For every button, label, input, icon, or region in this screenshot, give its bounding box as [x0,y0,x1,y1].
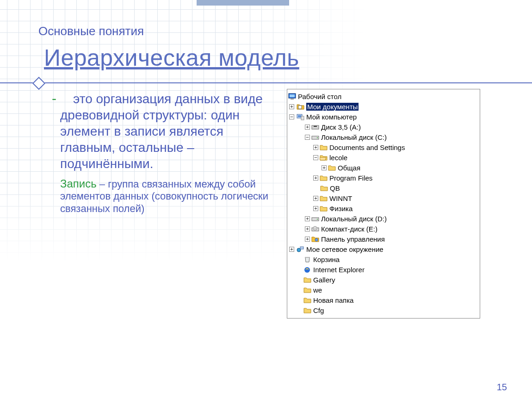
expand-toggle[interactable]: + [322,165,327,170]
expand-toggle[interactable]: − [305,135,310,140]
tree-node-fizika[interactable]: + Физика [288,203,479,213]
tree-node-gallery[interactable]: Gallery [288,275,479,285]
expand-toggle[interactable]: − [313,155,318,160]
tree-label: Общая [338,164,360,172]
expand-toggle[interactable]: + [305,216,310,221]
tree-node-lecole[interactable]: − lecole [288,152,479,162]
svg-point-16 [315,238,318,241]
tree-node-winnt[interactable]: + WINNT [288,193,479,203]
my-documents-icon [297,103,304,110]
folder-icon [320,144,328,151]
bullet-dash: - [52,90,56,107]
tree-label: Internet Explorer [313,266,365,274]
svg-rect-19 [305,257,310,258]
tree-node-control-panel[interactable]: + Панель управления [288,234,479,244]
tree-label: lecole [329,154,347,162]
body-paragraph-sub: Запись – группа связанных между собой эл… [60,177,277,215]
tree-node-program-files[interactable]: + Program Files [288,173,479,183]
svg-rect-6 [301,116,304,120]
folder-icon [320,195,328,202]
network-places-icon [297,246,304,253]
expand-toggle[interactable]: + [305,237,310,242]
internet-explorer-icon [303,266,311,273]
folder-open-icon [320,154,328,161]
tree-label: we [313,286,322,294]
tree-node-desktop[interactable]: Рабочий стол [288,91,479,101]
expand-toggle[interactable]: + [313,145,318,150]
expand-toggle[interactable]: + [313,196,318,201]
svg-point-12 [317,219,318,219]
explorer-tree-panel: Рабочий стол + Мои документы − Мой компь… [287,89,480,319]
my-computer-icon [297,113,304,120]
tree-label: Физика [329,205,353,212]
tree-label: Gallery [313,276,335,284]
tree-node-floppy[interactable]: + Диск 3,5 (A:) [288,122,479,132]
folder-icon [303,276,311,283]
tree-node-my-pc[interactable]: − Мой компьютер [288,112,479,122]
tree-node-we[interactable]: we [288,285,479,295]
folder-icon [320,185,328,192]
folder-icon [320,205,328,212]
explorer-tree: Рабочий стол + Мои документы − Мой компь… [288,91,479,315]
tree-node-my-docs[interactable]: + Мои документы [288,101,479,112]
slide-title: Иерархическая модель [44,44,299,71]
tree-label: Program Files [329,174,372,182]
local-drive-icon [311,134,319,141]
expand-toggle[interactable]: + [305,125,310,130]
tree-label: Новая папка [313,296,353,304]
expand-toggle[interactable]: − [289,114,294,119]
body-column: - это организация данных в виде древовид… [60,91,277,215]
tree-node-drive-e[interactable]: + Компакт-диск (E:) [288,224,479,234]
folder-icon [303,307,311,314]
svg-rect-1 [290,94,295,97]
tree-node-docs-settings[interactable]: + Documents and Settings [288,142,479,152]
slide: Основные понятия Иерархическая модель - … [0,0,532,400]
tree-node-ie[interactable]: Internet Explorer [288,264,479,275]
svg-point-15 [315,228,315,229]
expand-toggle[interactable]: + [313,175,318,181]
svg-rect-3 [298,106,302,109]
page-number: 15 [497,382,507,393]
tree-label: Мое сетевое окружение [306,245,384,253]
title-underline-rule [0,82,532,83]
body-main-text: это организация данных в виде древовидно… [60,92,263,171]
expand-toggle[interactable]: + [289,247,294,252]
cd-drive-icon [311,225,319,232]
tree-label: Компакт-диск (E:) [321,225,377,233]
tree-label: Мой компьютер [306,113,357,121]
tree-label-selected: Мои документы [306,103,359,111]
tree-node-cfg[interactable]: Cfg [288,305,479,315]
tree-node-recycle-bin[interactable]: Корзина [288,254,479,264]
tree-label: Диск 3,5 (A:) [321,123,361,131]
tree-label: Cfg [313,306,324,314]
expand-toggle[interactable]: + [305,226,310,231]
tree-node-drive-c[interactable]: − Локальный диск (C:) [288,132,479,142]
folder-icon [303,287,311,294]
control-panel-icon [311,236,319,243]
sub-term-label: Запись [60,177,97,190]
section-label: Основные понятия [38,24,144,38]
tree-node-obshaya[interactable]: + Общая [288,162,479,173]
svg-point-10 [317,137,318,138]
tree-label: Панель управления [321,235,385,243]
floppy-drive-icon [311,124,319,131]
folder-icon [328,164,336,171]
desktop-icon [288,93,296,100]
expand-toggle[interactable]: + [313,206,318,211]
svg-rect-2 [291,99,294,100]
tree-label: Локальный диск (D:) [321,215,387,223]
tree-node-drive-d[interactable]: + Локальный диск (D:) [288,213,479,224]
body-paragraph-main: - это организация данных в виде древовид… [60,91,277,172]
tree-node-qb[interactable]: QB [288,183,479,193]
tree-node-new-folder[interactable]: Новая папка [288,295,479,305]
tree-label: Корзина [313,256,340,263]
tree-node-network[interactable]: + Мое сетевое окружение [288,244,479,254]
folder-icon [303,297,311,304]
rule-diamond-marker [32,77,45,90]
tree-label: Рабочий стол [298,93,341,100]
svg-rect-8 [314,126,317,127]
header-accent-block [197,0,289,6]
recycle-bin-icon [303,256,311,263]
tree-label: Локальный диск (C:) [321,133,387,141]
expand-toggle[interactable]: + [289,104,294,109]
